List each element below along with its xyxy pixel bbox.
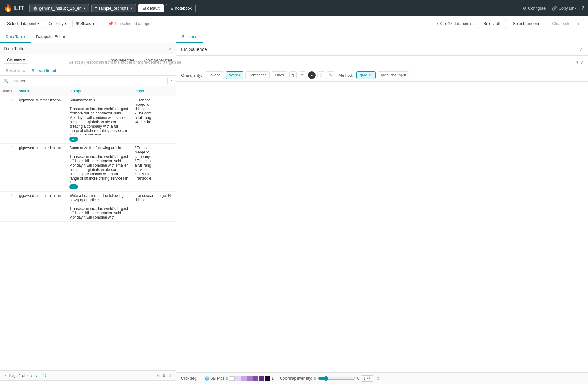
scale-box-2 [235,376,241,381]
slices-button[interactable]: ⊞ Slices ▾ [72,19,98,28]
cell-source-1: gigaword-summar ization [16,144,66,192]
granularity-tokens-button[interactable]: Tokens [205,71,224,79]
next-datapoint-icon[interactable]: › [474,21,475,26]
salience-sequence-select[interactable] [181,58,575,66]
method-grad-l2-button[interactable]: grad_l2 [356,71,376,79]
select-filtered-button[interactable]: Select filtered [30,67,58,74]
configure-label: Configure [528,6,546,11]
scale-boxes [229,376,270,381]
configure-button[interactable]: ⚙ Configure [523,6,546,11]
current-page: 1 [19,373,21,378]
cell-prompt-2: Write a headline for the following newsp… [66,192,132,222]
click-segment-label: Click seg... [181,376,200,381]
colormap-value-display: 1 ▲▼ [361,375,373,382]
salience-icon: 🌐 [205,376,209,381]
view-notebook-button[interactable]: ⊞ notebook [166,4,196,12]
of-label: of [22,373,25,378]
download-icon[interactable]: ⬇ [162,373,166,378]
granularity-words-button[interactable]: Words [226,71,243,79]
tab-datapoint-editor[interactable]: Datapoint Editor [31,31,71,43]
salience-expand-icon[interactable]: ⤢ [579,46,583,52]
granularity-row: Granularity: Tokens Words Sentences Line… [176,69,588,82]
select-all-button[interactable]: Select all [478,19,505,28]
refresh-icon[interactable]: ↺ [376,376,380,381]
table-row[interactable]: 1 gigaword-summar ization Summarize the … [0,144,176,192]
salience-help-icon[interactable]: ? [581,60,583,65]
colormap-max: 6 [357,376,359,381]
select-datapoint-button[interactable]: Select datapoint ▾ [4,19,42,28]
colormap-slider[interactable] [318,376,355,381]
help-icon: ? [581,5,584,11]
granularity-sentences-button[interactable]: Sentences [245,71,270,79]
show-selected-input[interactable] [102,58,106,62]
table-row[interactable]: 0 gigaword-summar ization Summarize this… [0,96,176,144]
col-header-prompt: prompt [66,86,132,96]
flame-icon: 🔥 [4,4,12,12]
total-pages: 2 [27,373,29,378]
col-header-index: index [0,86,16,96]
chevron-down-icon: ▾ [65,22,66,25]
search-help-icon[interactable]: ? [170,79,172,84]
show-generated-checkbox[interactable]: Show generated [137,58,172,62]
adjust-icon[interactable]: ⇅ [327,71,334,79]
last-page-button[interactable]: ›| [35,372,40,378]
select-random-button[interactable]: Select random [508,19,544,28]
reset-view-button[interactable]: Reset view [4,67,27,74]
show-generated-input[interactable] [137,58,141,62]
table-footer: ‹ Page 1 of 2 › ›| ⬡ ⎘ ⬇ ⥥ [0,370,176,380]
model-selector[interactable]: 🏠 gemma_instruct_2b_en ▾ [29,4,89,12]
search-input[interactable] [11,77,168,85]
datapoints-navigation: ‹ 0 of 12 datapoints › [437,21,475,26]
granularity-lines-button[interactable]: Lines [272,71,287,79]
scale-box-5 [253,376,258,381]
data-table-header: Data Table ⤢ [0,43,176,54]
salience-header: LM Salience ⤢ [176,43,588,56]
cell-index-0: 0 [0,96,16,144]
scroll-icon[interactable]: ⥥ [168,373,172,378]
next-page-button[interactable]: › [30,372,34,378]
tab-data-table[interactable]: Data Table [0,31,31,43]
grid-icon[interactable]: ⊞ [317,71,325,79]
colormap-label: Colormap intensity: [280,376,312,381]
salience-title: LM Salience [181,46,579,52]
circle-icon[interactable]: ● [308,71,316,79]
salience-scale: 🌐 Salience 0 1 [205,376,274,381]
chevron-down-icon: ▾ [37,22,39,25]
help-button[interactable]: ? [581,5,584,11]
show-selected-checkbox[interactable]: Show selected [102,58,134,62]
expand-icon[interactable]: ⤢ [168,46,172,51]
expand-row-0-button[interactable]: ••• [69,137,78,142]
cell-index-2: 2 [0,192,16,222]
chevron-down-icon: ▾ [23,58,25,62]
footer-icons: ⎘ ⬇ ⥥ [157,373,172,378]
chevron-down-icon: ▾ [131,7,133,10]
copy-link-button[interactable]: 🔗 Copy Link [552,6,576,11]
colormap-min: 0 [314,376,316,381]
right-panel-tabs: Salience [176,31,588,43]
columns-button[interactable]: Columns ▾ [4,56,28,64]
slices-icon: ⊞ [76,21,79,26]
dataset-selector[interactable]: ≡ sample_prompts ▾ [91,4,136,12]
paragraph-icon[interactable]: ¶ [289,71,297,79]
divider [102,19,102,28]
cell-target-0: - Transocmerge todrilling co- The coma f… [132,96,176,144]
method-grad-dot-input-button[interactable]: grad_dot_input [378,71,409,79]
view-default-button[interactable]: ⊞ default [138,4,164,12]
expand-row-1-button[interactable]: ••• [69,184,78,189]
table-row[interactable]: 2 gigaword-summar ization Write a headli… [0,192,176,222]
cell-index-1: 1 [0,144,16,192]
copy-icon[interactable]: ⎘ [157,373,160,378]
tab-salience[interactable]: Salience [176,31,203,43]
cell-prompt-0: Summarize this.Transocean inc., the worl… [66,96,132,144]
prev-page-button[interactable]: ‹ [4,372,7,378]
color-by-button[interactable]: Color by ▾ [45,19,70,28]
pin-datapoint-button[interactable]: 📌 Pin selected datapoint [106,19,157,28]
main-layout: Data Table Datapoint Editor Data Table ⤢… [0,31,588,384]
scale-box-6 [259,376,264,381]
clear-selection-button[interactable]: Clear selection [547,19,584,28]
colormap-stepper-icon[interactable]: ▲▼ [366,377,371,380]
list-icon[interactable]: ≡ [299,71,306,79]
export-button[interactable]: ⬡ [41,372,47,378]
horizontal-scrollbar[interactable] [0,380,176,384]
prev-datapoint-icon[interactable]: ‹ [437,21,438,26]
